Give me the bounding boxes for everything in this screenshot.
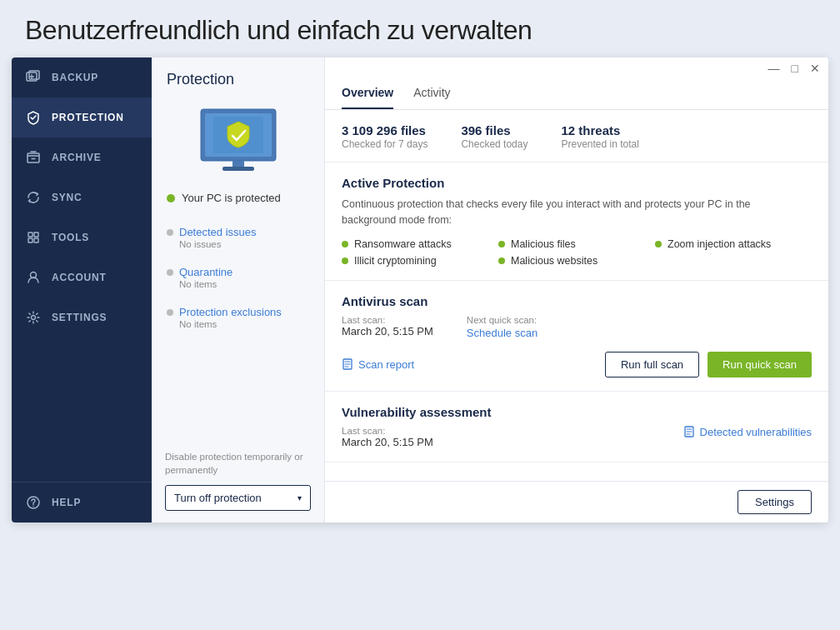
svg-rect-15	[222, 167, 254, 171]
tabs-bar: Overview Activity	[325, 79, 828, 110]
feature-zoom-injection: Zoom injection attacks	[655, 238, 812, 250]
feature-label-ransomware: Ransomware attacks	[354, 238, 452, 250]
exclusions-sub: No items	[179, 319, 309, 329]
last-scan-value: March 20, 5:15 PM	[342, 325, 433, 338]
turn-off-button[interactable]: Turn off protection ▾	[165, 485, 311, 511]
protection-panel: Protection	[152, 58, 325, 522]
stats-bar: 3 109 296 files Checked for 7 days 396 f…	[325, 110, 828, 162]
minimize-button[interactable]: —	[768, 62, 780, 74]
app-container: BACKUP PROTECTION	[12, 58, 828, 522]
schedule-scan-link[interactable]: Schedule scan	[467, 327, 538, 339]
archive-icon	[25, 149, 42, 166]
svg-rect-4	[34, 232, 38, 237]
exclusions-dot	[167, 309, 173, 316]
sidebar-bottom: HELP	[12, 482, 152, 522]
exclusions-link[interactable]: Protection exclusions No items	[152, 298, 324, 338]
stat-value-threats: 12 threats	[561, 123, 638, 138]
account-icon	[25, 269, 42, 286]
detected-issues-link[interactable]: Detected issues No issues	[152, 218, 324, 258]
sidebar-label-sync: SYNC	[52, 192, 82, 203]
scan-buttons: Run full scan Run quick scan	[605, 352, 812, 378]
close-button[interactable]: ✕	[810, 62, 820, 74]
sidebar-label-settings: SETTINGS	[52, 312, 107, 323]
protection-footer: Disable protection temporarily or perman…	[152, 438, 324, 522]
detected-vulnerabilities-link[interactable]: Detected vulnerabilities	[683, 426, 812, 438]
sidebar-item-protection[interactable]: PROTECTION	[12, 98, 152, 138]
sidebar-item-archive[interactable]: ARCHIVE	[12, 138, 152, 178]
sidebar-label-protection: PROTECTION	[52, 112, 124, 123]
svg-point-10	[32, 506, 33, 507]
sidebar: BACKUP PROTECTION	[12, 58, 152, 522]
window-controls: — □ ✕	[325, 58, 828, 79]
quarantine-dot	[167, 269, 173, 276]
detected-issues-sub: No issues	[179, 239, 309, 249]
vuln-link-icon	[683, 426, 695, 438]
scan-meta: Last scan: March 20, 5:15 PM Next quick …	[342, 315, 812, 340]
svg-rect-5	[28, 238, 32, 242]
stat-label-threats: Prevented in total	[561, 138, 638, 150]
maximize-button[interactable]: □	[792, 62, 798, 74]
feature-label-malicious: Malicious files	[511, 238, 576, 250]
run-quick-scan-button[interactable]: Run quick scan	[708, 352, 812, 378]
scan-report-icon	[342, 358, 353, 370]
quarantine-title: Quarantine	[179, 266, 232, 278]
tab-activity[interactable]: Activity	[413, 79, 450, 109]
page-header: Benutzerfreundlich und einfach zu verwal…	[0, 0, 840, 58]
feature-dot-malicious	[498, 241, 505, 248]
sidebar-item-settings[interactable]: SETTINGS	[12, 298, 152, 338]
vuln-link-label: Detected vulnerabilities	[700, 426, 812, 438]
stat-value-files: 3 109 296 files	[342, 123, 428, 138]
sidebar-label-tools: TOOLS	[52, 232, 89, 243]
next-scan-label: Next quick scan:	[467, 315, 538, 325]
bottom-bar: Settings	[325, 481, 828, 522]
feature-ransomware: Ransomware attacks	[342, 238, 498, 250]
vulnerability-section: Vulnerability assessment Last scan: Marc…	[325, 392, 828, 462]
sidebar-label-backup: BACKUP	[52, 72, 98, 83]
issues-dot	[167, 229, 173, 236]
page-headline: Benutzerfreundlich und einfach zu verwal…	[25, 15, 815, 46]
feature-cryptomining: Illicit cryptomining	[342, 255, 498, 267]
active-protection-section: Active Protection Continuous protection …	[325, 162, 828, 281]
feature-malicious-websites: Malicious websites	[498, 255, 655, 267]
stat-label-today: Checked today	[461, 138, 528, 150]
svg-rect-14	[232, 161, 244, 168]
svg-rect-3	[28, 232, 32, 237]
svg-rect-6	[34, 238, 38, 242]
settings-button[interactable]: Settings	[738, 490, 812, 514]
stat-label-files: Checked for 7 days	[342, 138, 428, 150]
feature-grid: Ransomware attacks Malicious files Zoom …	[342, 238, 812, 267]
quarantine-sub: No items	[179, 279, 309, 289]
sidebar-label-archive: ARCHIVE	[52, 152, 102, 163]
quarantine-link[interactable]: Quarantine No items	[152, 258, 324, 298]
sidebar-item-tools[interactable]: TOOLS	[12, 218, 152, 258]
tab-overview[interactable]: Overview	[342, 79, 393, 109]
last-scan-meta: Last scan: March 20, 5:15 PM	[342, 315, 433, 340]
protection-icon	[25, 109, 42, 126]
page-wrapper: Benutzerfreundlich und einfach zu verwal…	[0, 0, 840, 522]
protection-illustration	[152, 97, 324, 192]
sidebar-item-account[interactable]: ACCOUNT	[12, 258, 152, 298]
right-panel: — □ ✕ Overview Activity 3 109 296 files …	[325, 58, 828, 522]
vuln-last-scan-value: March 20, 5:15 PM	[342, 436, 433, 448]
feature-malicious-files: Malicious files	[498, 238, 655, 250]
turn-off-label: Turn off protection	[174, 492, 262, 504]
active-protection-title: Active Protection	[342, 176, 812, 190]
protection-links: Detected issues No issues Quarantine No …	[152, 218, 324, 338]
sidebar-item-backup[interactable]: BACKUP	[12, 58, 152, 98]
stat-files-today: 396 files Checked today	[461, 123, 528, 150]
footer-text: Disable protection temporarily or perman…	[165, 450, 311, 477]
backup-icon	[25, 69, 42, 86]
sidebar-item-sync[interactable]: SYNC	[12, 178, 152, 218]
scan-report-label: Scan report	[358, 358, 414, 371]
run-full-scan-button[interactable]: Run full scan	[605, 352, 699, 378]
scan-report-link[interactable]: Scan report	[342, 358, 414, 371]
feature-label-websites: Malicious websites	[511, 255, 598, 267]
sections: Active Protection Continuous protection …	[325, 162, 828, 481]
turn-off-chevron-icon: ▾	[298, 493, 302, 502]
svg-rect-2	[28, 153, 39, 162]
vuln-last-scan-label: Last scan:	[342, 426, 433, 436]
sidebar-label-account: ACCOUNT	[52, 272, 107, 283]
sidebar-item-help[interactable]: HELP	[12, 482, 152, 522]
detected-issues-title: Detected issues	[179, 226, 257, 238]
vulnerability-title: Vulnerability assessment	[342, 405, 812, 419]
